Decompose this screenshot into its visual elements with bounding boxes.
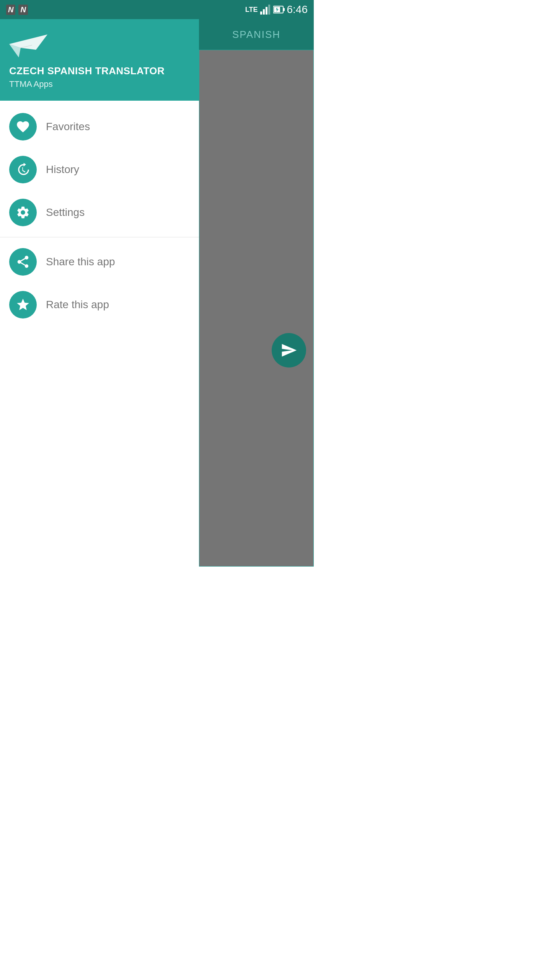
svg-rect-3 [268,5,270,15]
menu-divider [0,237,199,237]
send-icon [280,342,297,359]
svg-rect-5 [283,8,285,11]
main-panel-header: SPANISH [199,19,314,50]
gear-icon [16,205,30,220]
settings-icon-circle [9,199,37,226]
clock-icon [16,162,30,177]
svg-rect-0 [260,11,262,15]
share-icon-circle [9,248,37,276]
status-bar-right: LTE 6:46 [245,3,308,16]
status-time: 6:46 [287,3,308,16]
heart-icon [16,119,30,134]
menu-item-settings[interactable]: Settings [0,191,199,234]
panel-border [199,50,314,567]
app-subtitle: TTMA Apps [9,79,190,89]
rate-icon-circle [9,291,37,318]
favorites-label: Favorites [46,121,90,133]
menu-item-share[interactable]: Share this app [0,240,199,283]
drawer: CZECH SPANISH TRANSLATOR TTMA Apps Favor… [0,19,199,567]
favorites-icon-circle [9,113,37,140]
svg-rect-1 [263,9,265,15]
history-label: History [46,163,79,176]
menu-item-favorites[interactable]: Favorites [0,105,199,148]
main-panel: SPANISH [199,19,314,567]
notification-icon-2: N [18,5,28,15]
svg-rect-2 [266,7,267,15]
menu-item-history[interactable]: History [0,148,199,191]
main-panel-title: SPANISH [232,29,280,41]
status-bar: N N LTE 6:46 [0,0,314,19]
notification-icon-1: N [6,5,15,15]
menu-items: Favorites History Set [0,101,199,567]
battery-icon [273,5,285,14]
star-icon [16,297,30,312]
history-icon-circle [9,156,37,183]
translate-button[interactable] [272,333,306,368]
status-bar-left: N N [6,5,28,15]
main-container: CZECH SPANISH TRANSLATOR TTMA Apps Favor… [0,19,314,567]
menu-item-rate[interactable]: Rate this app [0,283,199,326]
drawer-header: CZECH SPANISH TRANSLATOR TTMA Apps [0,19,199,101]
app-title: CZECH SPANISH TRANSLATOR [9,65,190,77]
rate-label: Rate this app [46,299,109,311]
lte-label: LTE [245,6,258,14]
main-panel-content [199,50,314,567]
share-icon [16,255,30,269]
share-label: Share this app [46,256,115,268]
signal-icon [260,5,271,15]
app-logo [9,31,44,57]
settings-label: Settings [46,206,85,219]
